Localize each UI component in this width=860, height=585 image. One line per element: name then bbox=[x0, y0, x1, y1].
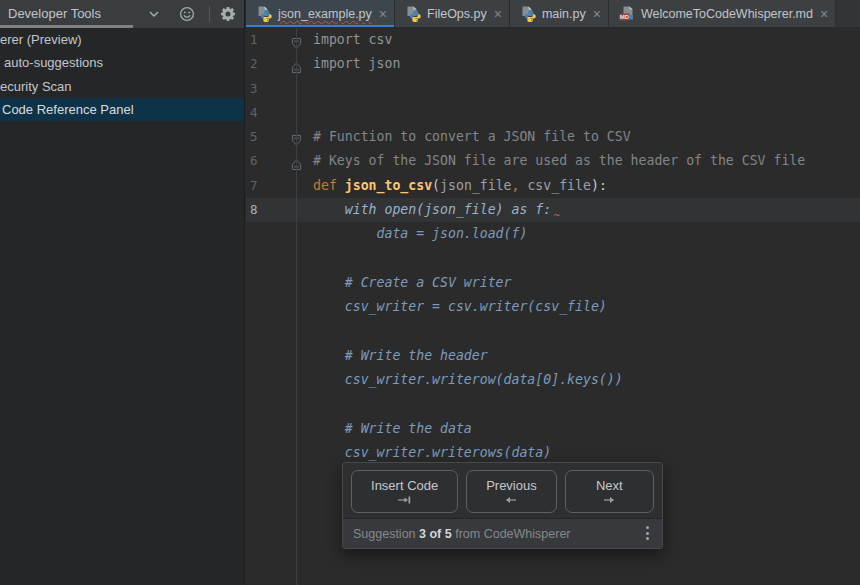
editor-tab[interactable]: FileOps.py× bbox=[395, 0, 510, 28]
tab-label: FileOps.py bbox=[427, 7, 487, 21]
editor-tab[interactable]: MDWelcomeToCodeWhisperer.md× bbox=[609, 0, 836, 28]
tool-window-tree: erer (Preview)auto-suggestionsecurity Sc… bbox=[0, 28, 244, 121]
line-number: 2 bbox=[250, 52, 258, 76]
code-text: # Keys of the JSON file are used as the … bbox=[313, 149, 805, 173]
code-line[interactable]: 4 bbox=[246, 101, 860, 125]
developer-tools-panel: Developer Tools erer (Preview)auto-sugge… bbox=[0, 0, 245, 585]
code-line[interactable]: # Create a CSV writer bbox=[246, 271, 860, 295]
tree-item[interactable]: Code Reference Panel bbox=[0, 98, 244, 121]
more-options-kebab-icon[interactable] bbox=[646, 526, 649, 540]
line-number: 4 bbox=[250, 101, 258, 125]
editor-tab[interactable]: json_example.py× bbox=[246, 0, 395, 28]
previous-button[interactable]: Previous bbox=[466, 470, 556, 513]
tab-label: main.py bbox=[542, 7, 586, 21]
status-suffix: from CodeWhisperer bbox=[455, 527, 570, 541]
markdown-file-icon: MD bbox=[619, 6, 635, 22]
line-number: 6 bbox=[250, 149, 258, 173]
button-label: Previous bbox=[486, 478, 537, 494]
editor-tab-bar: json_example.py×FileOps.py×main.py×MDWel… bbox=[246, 0, 860, 28]
code-line[interactable]: # Write the data bbox=[246, 417, 860, 441]
code-line[interactable]: 5# Function to convert a JSON file to CS… bbox=[246, 125, 860, 149]
tree-item[interactable]: ecurity Scan bbox=[0, 75, 244, 98]
button-label: Insert Code bbox=[371, 478, 438, 494]
status-prefix: Suggestion bbox=[353, 527, 416, 541]
gutter-separator-line bbox=[296, 28, 297, 585]
editor-code-area: 1import csv2import json345# Function to … bbox=[246, 28, 860, 465]
settings-gear-icon[interactable] bbox=[220, 6, 236, 22]
right-key-icon bbox=[602, 495, 616, 506]
code-text: def json_to_csv(json_file, csv_file): bbox=[313, 174, 607, 198]
suggestion-status-bar: Suggestion 3 of 5 from CodeWhisperer bbox=[343, 518, 662, 548]
button-label: Next bbox=[596, 478, 623, 494]
code-line[interactable]: 2import json bbox=[246, 52, 860, 76]
status-count: 3 of 5 bbox=[419, 527, 452, 541]
code-line[interactable] bbox=[246, 392, 860, 416]
tab-label: WelcomeToCodeWhisperer.md bbox=[641, 7, 813, 21]
code-text: data = json.load(f) bbox=[313, 222, 527, 246]
code-text: # Write the data bbox=[313, 417, 472, 441]
code-line[interactable]: 6# Keys of the JSON file are used as the… bbox=[246, 149, 860, 173]
code-text: import json bbox=[313, 52, 400, 76]
code-text: # Create a CSV writer bbox=[313, 271, 512, 295]
tab-key-icon bbox=[397, 495, 412, 506]
python-file-icon bbox=[256, 6, 272, 22]
code-line[interactable]: 7def json_to_csv(json_file, csv_file): bbox=[246, 174, 860, 198]
code-text: # Function to convert a JSON file to CSV bbox=[313, 125, 631, 149]
feedback-smiley-icon[interactable] bbox=[179, 6, 195, 22]
tab-label: json_example.py bbox=[278, 7, 372, 21]
code-text: with open(json_file) as f:~ bbox=[313, 198, 558, 223]
line-number: 7 bbox=[250, 174, 258, 198]
tab-close-icon[interactable]: × bbox=[494, 7, 502, 21]
header-separator bbox=[209, 6, 210, 22]
left-key-icon bbox=[504, 495, 518, 506]
code-text: # Write the header bbox=[313, 344, 488, 368]
codewhisperer-suggestion-popup: Insert CodePreviousNext Suggestion 3 of … bbox=[342, 462, 663, 549]
line-number: 3 bbox=[250, 77, 258, 101]
code-line[interactable]: # Write the header bbox=[246, 344, 860, 368]
suggestion-status-text: Suggestion 3 of 5 from CodeWhisperer bbox=[353, 527, 571, 541]
code-text: csv_writer.writerow(data[0].keys()) bbox=[313, 368, 623, 392]
code-line[interactable]: data = json.load(f) bbox=[246, 222, 860, 246]
tab-close-icon[interactable]: × bbox=[820, 7, 828, 21]
tab-close-icon[interactable]: × bbox=[379, 7, 387, 21]
python-file-icon bbox=[405, 6, 421, 22]
line-number: 1 bbox=[250, 28, 258, 52]
suggestion-actions: Insert CodePreviousNext bbox=[351, 470, 654, 513]
code-text: import csv bbox=[313, 28, 392, 52]
tree-item[interactable]: auto-suggestions bbox=[0, 51, 244, 74]
code-line[interactable] bbox=[246, 247, 860, 271]
svg-text:MD: MD bbox=[620, 14, 630, 20]
chevron-down-icon[interactable] bbox=[148, 10, 160, 18]
code-line[interactable]: csv_writer = csv.writer(csv_file) bbox=[246, 295, 860, 319]
next-button[interactable]: Next bbox=[565, 470, 654, 513]
code-line[interactable]: 8 with open(json_file) as f:~ bbox=[246, 198, 860, 222]
code-line[interactable] bbox=[246, 320, 860, 344]
code-line[interactable]: csv_writer.writerow(data[0].keys()) bbox=[246, 368, 860, 392]
error-squiggle: ~ bbox=[553, 209, 560, 222]
code-line[interactable]: 1import csv bbox=[246, 28, 860, 52]
code-text: csv_writer = csv.writer(csv_file) bbox=[313, 295, 607, 319]
editor-tab[interactable]: main.py× bbox=[510, 0, 609, 28]
line-number: 5 bbox=[250, 125, 258, 149]
code-line[interactable]: 3 bbox=[246, 77, 860, 101]
python-file-icon bbox=[520, 6, 536, 22]
line-number: 8 bbox=[250, 198, 258, 222]
insert-code-button[interactable]: Insert Code bbox=[351, 470, 458, 513]
tab-close-icon[interactable]: × bbox=[593, 7, 601, 21]
tree-item[interactable]: erer (Preview) bbox=[0, 28, 244, 51]
